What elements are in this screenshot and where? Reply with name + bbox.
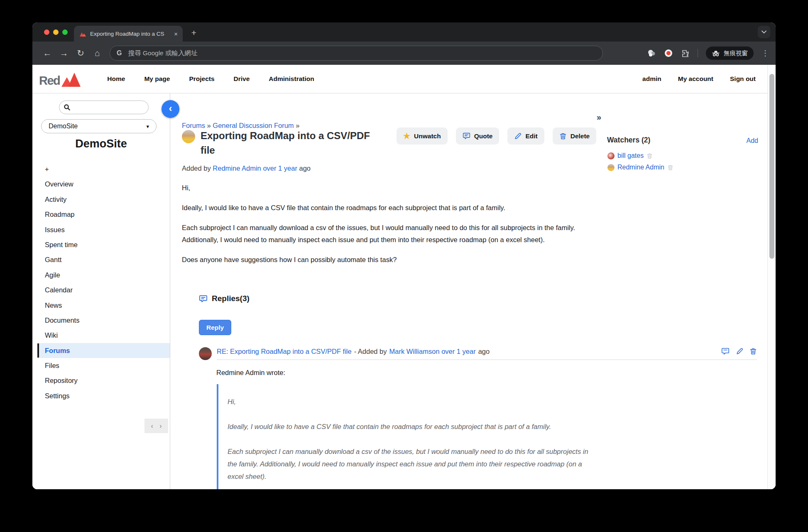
recording-indicator-icon[interactable] <box>664 49 673 58</box>
quote-paragraph: Hi, <box>228 395 595 408</box>
web-page: Red Home My page Projects Drive Administ… <box>32 65 776 489</box>
close-window-button[interactable] <box>44 29 49 35</box>
sidebar-item-spent-time[interactable]: Spent time <box>32 237 170 252</box>
browser-toolbar: ← → ↻ ⌂ G 無痕視窗 ⋮ <box>32 42 776 65</box>
google-icon: G <box>117 49 122 57</box>
topic-title-block: Exporting RoadMap into a CSV/PDF file <box>182 128 386 157</box>
reply-blockquote: Hi, Ideally, I would like to have a CSV … <box>217 384 595 489</box>
reply-button[interactable]: Reply <box>199 320 231 335</box>
extensions-puzzle-icon[interactable] <box>681 49 690 58</box>
project-select[interactable]: DemoSite ▾ <box>41 119 157 133</box>
toolbar-actions: 無痕視窗 ⋮ <box>647 47 769 60</box>
nav-my-page[interactable]: My page <box>144 75 170 83</box>
window-controls <box>44 22 68 42</box>
home-icon[interactable]: ⌂ <box>89 48 105 58</box>
tab-search-button[interactable] <box>758 26 770 38</box>
reload-icon[interactable]: ↻ <box>72 48 89 58</box>
delete-label: Delete <box>570 132 590 140</box>
sidebar-item-overview[interactable]: Overview <box>32 177 170 191</box>
media-hub-icon[interactable] <box>647 49 656 58</box>
close-tab-icon[interactable]: × <box>173 31 179 37</box>
reply-title-link[interactable]: RE: Exporting RoadMap into a CSV/PDF fil… <box>217 348 352 355</box>
address-bar[interactable]: G <box>110 46 603 61</box>
sidebar-item-documents[interactable]: Documents <box>32 313 170 328</box>
project-sidebar: DemoSite ▾ DemoSite + Overview Activity … <box>32 93 170 489</box>
toolbar-divider <box>698 49 698 57</box>
reply-author-avatar <box>199 347 212 360</box>
watcher-row: Redmine Admin <box>607 164 673 171</box>
watcher-name-link[interactable]: Redmine Admin <box>617 164 664 171</box>
sidebar-item-files[interactable]: Files <box>32 358 170 373</box>
topic-paragraph: Does anyone have suggestions how I can p… <box>182 254 601 266</box>
author-link[interactable]: Redmine Admin <box>213 164 261 172</box>
scrollbar-thumb[interactable] <box>769 74 774 259</box>
sidebar-item-gantt[interactable]: Gantt <box>32 252 170 267</box>
edit-label: Edit <box>525 132 537 140</box>
zoom-window-button[interactable] <box>62 29 68 35</box>
topic-paragraph: Ideally, I would like to have a CSV file… <box>182 202 601 214</box>
forward-icon[interactable]: → <box>56 48 72 58</box>
add-watcher-link[interactable]: Add <box>747 137 758 145</box>
sidebar-item-activity[interactable]: Activity <box>32 192 170 207</box>
trash-icon <box>559 132 567 140</box>
edit-button[interactable]: Edit <box>507 127 544 145</box>
sidebar-item-roadmap[interactable]: Roadmap <box>32 207 170 222</box>
tab-title: Exporting RoadMap into a CS <box>90 31 169 37</box>
incognito-badge: 無痕視窗 <box>706 47 754 60</box>
back-icon[interactable]: ← <box>39 48 56 58</box>
browser-menu-icon[interactable]: ⋮ <box>761 49 769 58</box>
redmine-favicon-icon <box>79 31 86 37</box>
redmine-logo[interactable]: Red <box>39 71 84 87</box>
sidebar-item-repository[interactable]: Repository <box>32 373 170 388</box>
reply-author-link[interactable]: Mark Williamson over 1 year <box>389 348 476 355</box>
nav-admin[interactable]: admin <box>642 75 661 83</box>
sidebar-item-news[interactable]: News <box>32 298 170 313</box>
project-select-value: DemoSite <box>49 123 78 130</box>
remove-watcher-icon[interactable] <box>646 153 653 159</box>
sidebar-item-add[interactable]: + <box>32 162 170 177</box>
address-input[interactable] <box>127 49 596 57</box>
sidebar-item-calendar[interactable]: Calendar <box>32 282 170 297</box>
sidebar-item-issues[interactable]: Issues <box>32 222 170 237</box>
minimize-window-button[interactable] <box>53 29 59 35</box>
delete-button[interactable]: Delete <box>553 127 597 145</box>
watchers-title: Watchers (2) <box>607 136 650 145</box>
watcher-name-link[interactable]: bill gates <box>617 152 644 159</box>
nav-my-account[interactable]: My account <box>678 75 713 83</box>
sidebar-menu: + Overview Activity Roadmap Issues Spent… <box>32 162 170 403</box>
new-tab-button[interactable]: + <box>189 28 199 39</box>
nav-sign-out[interactable]: Sign out <box>730 75 756 83</box>
remove-watcher-icon[interactable] <box>667 164 673 171</box>
sidebar-item-wiki[interactable]: Wiki <box>32 328 170 343</box>
unwatch-button[interactable]: ★ Unwatch <box>397 127 448 145</box>
pager-prev-icon[interactable]: ‹ <box>151 422 153 430</box>
sidebar-item-settings[interactable]: Settings <box>32 388 170 403</box>
nav-drive[interactable]: Drive <box>234 75 250 83</box>
nav-home[interactable]: Home <box>107 75 125 83</box>
topic-paragraph: Each subproject I can manually download … <box>182 222 601 246</box>
search-input[interactable] <box>73 103 144 111</box>
sidebar-collapse-button[interactable]: ‹ <box>162 100 179 118</box>
incognito-icon <box>712 50 720 56</box>
watcher-avatar <box>607 152 615 159</box>
nav-administration[interactable]: Administration <box>269 75 314 83</box>
browser-tab[interactable]: Exporting RoadMap into a CS × <box>74 26 183 42</box>
panel-collapse-icon[interactable]: » <box>597 113 601 122</box>
replies-count: Replies(3) <box>212 294 250 303</box>
site-header: Red Home My page Projects Drive Administ… <box>32 65 776 93</box>
quote-label: Quote <box>474 132 493 140</box>
user-nav: admin My account Sign out <box>642 75 756 83</box>
time-link[interactable]: over 1 year <box>263 164 297 172</box>
quote-paragraph: Each subproject I can manually download … <box>228 445 595 483</box>
mountain-logo-icon <box>60 71 84 87</box>
pager-next-icon[interactable]: › <box>159 422 162 430</box>
topic-author-avatar <box>182 130 195 143</box>
quote-button[interactable]: Quote <box>456 127 499 145</box>
reply-wrote-label: Redmine Admin wrote: <box>216 369 285 377</box>
sidebar-search[interactable] <box>59 101 149 114</box>
sidebar-item-forums[interactable]: Forums <box>32 343 170 358</box>
byline-suffix: ago <box>297 164 311 172</box>
watcher-row: bill gates <box>607 152 653 159</box>
sidebar-item-agile[interactable]: Agile <box>32 267 170 282</box>
nav-projects[interactable]: Projects <box>189 75 214 83</box>
